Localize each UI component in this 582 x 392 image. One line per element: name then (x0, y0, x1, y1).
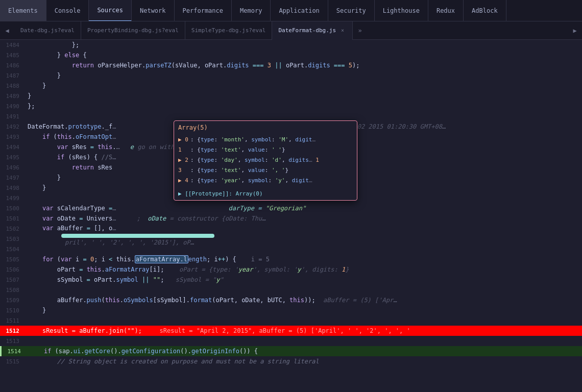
tab-redux[interactable]: Redux (428, 0, 464, 21)
code-line-1503: 1503 var aBuffer = [], o… pril', ' ', '2… (0, 234, 582, 244)
code-line-1506: 1506 oPart = this.aFormatArray[i]; oPart… (0, 264, 582, 275)
file-tab-date-dbg[interactable]: Date-dbg.js?eval (14, 21, 81, 40)
code-line-1500: 1500 var sCalendarType =…darType = "Greg… (0, 203, 582, 213)
tooltip-row-3[interactable]: 3 : {type: 'text', value: ', '} (178, 165, 353, 175)
close-tab-button[interactable]: × (339, 27, 346, 34)
code-line-1513: 1513 (0, 336, 582, 346)
tab-lighthouse[interactable]: Lighthouse (375, 0, 428, 21)
code-line-1514: 1514 if (sap.ui.getCore().getConfigurati… (0, 346, 582, 356)
tab-application[interactable]: Application (271, 0, 328, 21)
next-tab-button[interactable]: ▶ (568, 21, 582, 40)
file-tab-bar: ◀ Date-dbg.js?eval PropertyBinding-dbg.j… (0, 21, 582, 40)
code-line-1486: 1486 return oParseHelper.parseTZ(sValue,… (0, 60, 582, 70)
tooltip-prototype[interactable]: ▶ [[Prototype]]: Array(0) (178, 190, 353, 197)
tooltip-title: Array(5) (178, 124, 353, 132)
tab-memory[interactable]: Memory (232, 0, 271, 21)
code-line-1508: 1508 (0, 285, 582, 295)
tab-network[interactable]: Network (132, 0, 175, 21)
code-line-1507: 1507 sSymbol = oPart.symbol || ""; sSymb… (0, 275, 582, 285)
tooltip-row-0[interactable]: ▶ 0 : {type: 'month', symbol: 'M', digit… (178, 134, 353, 144)
code-line-1509: 1509 aBuffer.push(this.oSymbols[sSymbol]… (0, 295, 582, 305)
code-line-1512: 1512 sResult = aBuffer.join(""); sResult… (0, 326, 582, 336)
code-line-1510: 1510 } (0, 305, 582, 315)
file-tab-property-binding[interactable]: PropertyBinding-dbg.js?eval (81, 21, 185, 40)
tab-security[interactable]: Security (328, 0, 375, 21)
code-line-1485: 1485 } else { (0, 50, 582, 60)
devtools-tab-bar: Elements Console Sources Network Perform… (0, 0, 582, 21)
variable-tooltip: Array(5) ▶ 0 : {type: 'month', symbol: '… (174, 120, 357, 201)
more-tabs-button[interactable]: » (353, 21, 367, 40)
tab-performance[interactable]: Performance (175, 0, 232, 21)
code-line-1490: 1490 }; (0, 101, 582, 111)
code-line-1515: 1515 // String object is created on purp… (0, 356, 582, 366)
code-line-1491: 1491 (0, 111, 582, 121)
file-tab-simpletype[interactable]: SimpleType-dbg.js?eval (185, 21, 273, 40)
code-line-1487: 1487 } (0, 70, 582, 81)
code-line-1489: 1489 } (0, 91, 582, 101)
tab-elements[interactable]: Elements (0, 0, 46, 21)
tooltip-row-4[interactable]: ▶ 4 : {type: 'year', symbol: 'y', digit… (178, 175, 353, 185)
code-line-1484: 1484 }; (0, 40, 582, 50)
code-line-1511: 1511 (0, 315, 582, 326)
code-content[interactable]: 1484 }; 1485 } else { 1486 return oParse… (0, 40, 582, 392)
tab-console[interactable]: Console (46, 0, 89, 21)
code-line-1505: 1505 for (var i = 0; i < this.aFormatArr… (0, 254, 582, 264)
prev-tab-button[interactable]: ◀ (0, 21, 14, 40)
code-line-1501: 1501 var oDate = Univers…; oDate = const… (0, 213, 582, 224)
tab-sources[interactable]: Sources (89, 0, 132, 21)
file-tab-dateformat[interactable]: DateFormat-dbg.js × (272, 21, 353, 40)
tooltip-row-2[interactable]: ▶ 2 : {type: 'day', symbol: 'd', digits…… (178, 155, 353, 165)
code-line-1504: 1504 (0, 244, 582, 254)
code-editor: 1484 }; 1485 } else { 1486 return oParse… (0, 40, 582, 392)
tooltip-row-1[interactable]: 1 : {type: 'text', value: ' '} (178, 144, 353, 155)
code-line-1488: 1488 } (0, 81, 582, 91)
tab-adblock[interactable]: AdBlock (464, 0, 506, 21)
